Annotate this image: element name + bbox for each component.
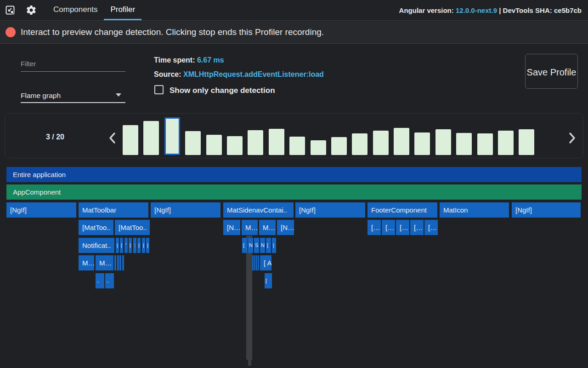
angular-version-label: Angular version: [399,6,456,14]
frame-bar-2[interactable] [143,121,159,155]
flame-bar-bar-r4[interactable]: | [146,238,149,253]
chevron-down-icon[interactable] [116,93,121,97]
frame-bar-8[interactable] [269,129,284,155]
frame-bar-12[interactable] [352,133,368,155]
frame-bar-14[interactable] [394,128,409,155]
inspect-element-icon[interactable] [5,0,16,20]
flame-bar-a-r5[interactable]: [ A [260,255,271,270]
frame-bars [123,115,536,155]
flame-bar-appcomponent-r1[interactable]: AppComponent [6,184,582,200]
flame-bar-m-r3[interactable]: M… [242,220,258,235]
frame-bar-7[interactable] [248,130,263,155]
flame-bar-ngif-r2[interactable]: [NgIf] [6,202,76,218]
flame-bar-bar-r4[interactable]: | [120,238,123,253]
flame-bar-n-r4[interactable]: N [248,238,253,253]
flame-bar-m-r3[interactable]: M… [259,220,276,235]
flame-bar-bar-r4[interactable]: ' [124,238,128,253]
flame-bar-bar-r4[interactable]: [ [242,238,247,253]
view-mode-select[interactable]: Flame graph [21,92,61,100]
flame-bar-bar-r5[interactable] [122,255,124,270]
flame-bar-bar-r3[interactable]: [… [368,220,381,235]
save-profile-button[interactable]: Save Profile [525,54,578,89]
flame-bar-m-r5[interactable]: M… [96,255,113,270]
flame-bar-bar-r6[interactable]: .. [105,273,114,288]
version-info: Angular version: 12.0.0-next.9 | DevTool… [399,0,588,20]
flame-bar-bar-r4[interactable]: | [272,238,276,253]
flame-bar-ngif-r2[interactable]: [NgIf] [512,202,581,218]
frame-bar-13[interactable] [373,131,389,155]
flame-bar-bar-r5[interactable] [254,255,255,270]
flame-bar-bar-r4[interactable]: | [116,238,119,253]
flame-bar-bar-r4[interactable]: | [129,238,132,253]
frame-bar-9[interactable] [289,137,305,155]
flame-bar-bar-r5[interactable] [117,255,119,270]
flame-bar-bar-r5[interactable] [119,255,121,270]
flame-bar-bar-r3[interactable]: [… [410,220,424,235]
flame-bar-bar-r5[interactable] [258,255,259,270]
show-only-change-detection-label[interactable]: Show only change detection [170,86,275,95]
flame-bar-notificat-r4[interactable]: Notificat.. [79,238,114,253]
filter-input[interactable]: Filter [21,60,36,68]
flame-bar-bar-r3[interactable]: [… [424,220,438,235]
top-bar: Components Profiler Angular version: 12.… [0,0,588,21]
frame-bar-16[interactable] [435,129,451,155]
flame-bar-matsidenavcontai-r2[interactable]: MatSidenavContai.. [223,202,294,218]
time-spent-label: Time spent: [154,56,197,64]
flame-bar-bar-r6[interactable]: .. [96,273,104,288]
frame-bar-1[interactable] [123,125,138,155]
record-dot[interactable] [6,27,16,37]
frame-bar-20[interactable] [519,129,534,155]
frame-bar-17[interactable] [456,133,472,155]
flame-bar-bar-r5[interactable] [114,255,116,270]
frame-bar-4[interactable] [185,131,201,155]
frame-bar-19[interactable] [498,131,514,155]
flame-gray-strip-1[interactable] [246,236,252,360]
flame-bar-mattoo-r3[interactable]: [MatToo.. [115,220,150,235]
flame-bar-s-r4[interactable]: S [254,238,259,253]
flame-bar-bar-r6[interactable]: [ [265,273,272,288]
flame-bar-entireapplication-r0[interactable]: Entire application [6,167,582,182]
source-value[interactable]: XMLHttpRequest.addEventListener:load [183,70,324,78]
devtools-sha: | DevTools SHA: ce5b7cb [497,6,582,14]
tab-components[interactable]: Components [47,0,104,20]
settings-gear-icon[interactable] [26,0,37,20]
profiler-page: Components Profiler Angular version: 12.… [0,0,588,368]
flame-gray-strip-2[interactable] [248,360,251,366]
flame-bar-bar-r4[interactable]: | [142,238,145,253]
flame-bar-n-r3[interactable]: [N… [277,220,294,235]
time-spent-line: Time spent: 6.67 ms [154,56,224,64]
flame-bar-mattoo-r3[interactable]: [MatToo.. [79,220,113,235]
flame-bar-ngif-r2[interactable]: [NgIf] [151,202,220,218]
frame-bar-10[interactable] [311,140,326,155]
flame-bar-m-r5[interactable]: M… [79,255,94,270]
frame-bar-6[interactable] [227,136,243,155]
frame-bar-18[interactable] [477,133,493,155]
chevron-right-icon[interactable] [566,132,578,144]
flame-bar-bar-r4[interactable]: | [137,238,141,253]
tab-components-label: Components [53,5,97,14]
recording-banner: Interact to preview change detection. Cl… [0,21,588,44]
flame-bar-bar-r4[interactable]: : [133,238,136,253]
frame-counter: 3 / 20 [32,133,78,141]
source-line: Source: XMLHttpRequest.addEventListener:… [154,70,324,79]
frame-bar-3[interactable] [164,117,180,155]
flame-bar-bar-r4[interactable]: [ [266,238,271,253]
frame-bar-5[interactable] [206,135,222,155]
show-only-change-detection-checkbox[interactable] [154,85,164,94]
flame-bar-bar-r3[interactable]: [… [382,220,395,235]
flame-bar-footercomponent-r2[interactable]: FooterComponent [368,202,437,218]
flame-bar-bar-r3[interactable]: [… [396,220,409,235]
flame-bar-n-r4[interactable]: N [260,238,265,253]
flame-bar-maticon-r2[interactable]: MatIcon [440,202,509,218]
flame-bar-n-r3[interactable]: [N… [223,220,240,235]
flame-bar-bar-r5[interactable] [256,255,257,270]
flame-bar-ngif-r2[interactable]: [NgIf] [295,202,365,218]
flame-bar-bar-r5[interactable] [252,255,254,270]
time-spent-value: 6.67 ms [197,56,224,64]
frame-bar-15[interactable] [414,132,430,155]
tab-profiler[interactable]: Profiler [104,0,141,20]
frame-bar-11[interactable] [331,137,347,155]
flame-bar-mattoolbar-r2[interactable]: MatToolbar [79,202,148,218]
chevron-left-icon[interactable] [107,132,119,144]
recording-message: Interact to preview change detection. Cl… [21,27,324,37]
